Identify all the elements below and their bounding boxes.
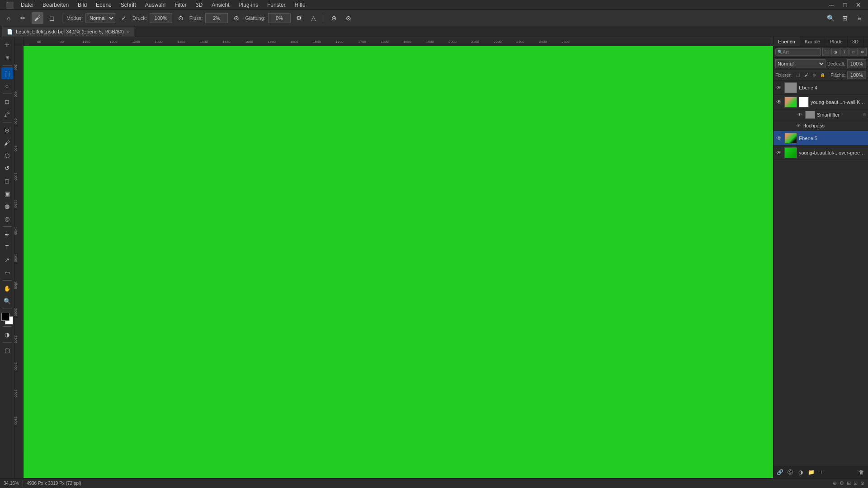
new-layer-btn[interactable]: + <box>817 468 826 477</box>
smartfilter-item[interactable]: 👁 Smartfilter ⊛ <box>774 109 868 120</box>
filter-text-btn[interactable]: T <box>840 48 849 56</box>
filter-shape-btn[interactable]: ▭ <box>849 48 858 56</box>
glattung-input[interactable] <box>268 13 291 23</box>
add-mask-btn[interactable]: ◑ <box>796 468 805 477</box>
blend-mode-select[interactable]: Normal <box>775 59 826 68</box>
lock-position-btn[interactable]: ⊕ <box>811 71 818 79</box>
history-brush-tool[interactable]: ↺ <box>1 162 13 174</box>
filter-pixel-btn[interactable]: ⬛ <box>822 48 830 56</box>
svg-text:1400: 1400 <box>14 227 18 235</box>
fill-input[interactable] <box>847 71 866 79</box>
minimize-btn[interactable]: ─ <box>826 0 837 11</box>
menu-plugins[interactable]: Plug-ins <box>235 1 262 9</box>
menu-datei[interactable]: Datei <box>17 1 37 9</box>
eyedropper-tool[interactable]: 🖉 <box>1 108 13 120</box>
hand-tool[interactable]: ✋ <box>1 282 13 294</box>
menu-schrift[interactable]: Schrift <box>117 1 140 9</box>
ps-logo[interactable]: ⬛ <box>4 0 15 11</box>
stamp-tool[interactable]: ⬡ <box>1 150 13 161</box>
angle-icon[interactable]: △ <box>308 12 320 24</box>
rectangle-select-tool[interactable]: ⬚ <box>1 67 13 79</box>
quick-mask-btn[interactable]: ◑ <box>1 328 13 340</box>
eraser-tool[interactable]: ◻ <box>1 175 13 187</box>
layer-visibility-ebene4[interactable]: 👁 <box>775 84 783 91</box>
search2-icon[interactable]: ⊞ <box>839 12 851 24</box>
menu-filter[interactable]: Filter <box>171 1 190 9</box>
layer-item-young-wall-copy[interactable]: 👁 young-beaut...n-wall Kopie <box>774 95 868 109</box>
path-select-tool[interactable]: ↗ <box>1 254 13 266</box>
tab-ebenen[interactable]: Ebenen <box>774 37 800 46</box>
layer-thumb-young-wall-copy <box>784 97 797 108</box>
hochpass-visibility[interactable]: 👁 <box>796 123 801 128</box>
brush-btn[interactable]: 🖌 <box>32 12 43 24</box>
gear-icon[interactable]: ⚙ <box>293 12 305 24</box>
color-picker[interactable] <box>1 313 13 324</box>
menu-hilfe[interactable]: Hilfe <box>291 1 309 9</box>
menu-ebene[interactable]: Ebene <box>92 1 115 9</box>
menu-bearbeiten[interactable]: Bearbeiten <box>39 1 72 9</box>
menu-3d[interactable]: 3D <box>192 1 206 9</box>
delete-layer-btn[interactable]: 🗑 <box>857 468 866 477</box>
brush-tool[interactable]: 🖌 <box>1 137 13 149</box>
druck-input[interactable] <box>150 13 172 23</box>
file-tab[interactable]: 📄 Leucht Effekt.psdc bei 34,2% (Ebene 5,… <box>2 27 134 37</box>
layer-visibility-ebene5[interactable]: 👁 <box>775 135 783 142</box>
lock-transparent-btn[interactable]: ⬚ <box>794 71 802 79</box>
maximize-btn[interactable]: □ <box>839 0 851 11</box>
symmetry-btn[interactable]: ⊕ <box>328 12 340 24</box>
move-tool[interactable]: ✛ <box>1 39 13 51</box>
lock-pixels-btn[interactable]: 🖌 <box>802 71 810 79</box>
crop-tool[interactable]: ⊡ <box>1 96 13 108</box>
menu-ansicht[interactable]: Ansicht <box>208 1 233 9</box>
lock-all-btn[interactable]: 🔒 <box>819 71 826 79</box>
smartfilter-visibility[interactable]: 👁 <box>796 111 803 118</box>
artboard-tool[interactable]: ⊞ <box>1 52 13 63</box>
fluss-input[interactable] <box>205 13 228 23</box>
layer-item-ebene4[interactable]: 👁 Ebene 4 <box>774 80 868 95</box>
shape-tool[interactable]: ▭ <box>1 267 13 278</box>
tab-kanale[interactable]: Kanäle <box>800 37 825 46</box>
layer-visibility-young-wall-copy[interactable]: 👁 <box>775 99 783 106</box>
tab-3d[interactable]: 3D <box>848 37 863 46</box>
healing-brush-tool[interactable]: ⊛ <box>1 124 13 136</box>
filter-adjustment-btn[interactable]: ◑ <box>831 48 840 56</box>
filter-smartobj-btn[interactable]: ⊕ <box>859 48 867 56</box>
eraser-btn[interactable]: ◻ <box>46 12 58 24</box>
pen-tool[interactable]: ✒ <box>1 229 13 240</box>
lasso-tool[interactable]: ○ <box>1 80 13 92</box>
gradient-tool[interactable]: ▣ <box>1 188 13 199</box>
add-style-btn[interactable]: Ⓢ <box>786 468 795 477</box>
blur-tool[interactable]: ◍ <box>1 200 13 212</box>
layer-item-ebene5[interactable]: 👁 Ebene 5 <box>774 131 868 145</box>
menu-auswahl[interactable]: Auswahl <box>142 1 169 9</box>
modus-select[interactable]: Normal <box>85 13 115 23</box>
layers-search-input[interactable] <box>783 49 819 55</box>
arrange-icon[interactable]: ≡ <box>854 12 865 24</box>
brush-small-btn[interactable]: ✏ <box>17 12 29 24</box>
link-layers-btn[interactable]: 🔗 <box>775 468 784 477</box>
airbrush-btn[interactable]: ⊛ <box>231 12 242 24</box>
layers-search[interactable]: 🔍 <box>775 48 821 56</box>
zoom-tool[interactable]: 🔍 <box>1 295 13 307</box>
check-icon[interactable]: ✓ <box>118 12 130 24</box>
extra-btn[interactable]: ⊗ <box>343 12 354 24</box>
canvas-content[interactable] <box>24 46 773 478</box>
dodge-tool[interactable]: ◎ <box>1 213 13 225</box>
home-btn[interactable]: ⌂ <box>3 12 14 24</box>
new-group-btn[interactable]: 📁 <box>807 468 816 477</box>
tab-pfade[interactable]: Pfade <box>825 37 848 46</box>
druck-icon[interactable]: ⊙ <box>175 12 187 24</box>
screen-mode-btn[interactable]: ▢ <box>1 344 13 356</box>
hochpass-item[interactable]: 👁 Hochpass <box>774 120 868 131</box>
tab-close-btn[interactable]: × <box>127 29 129 34</box>
menu-fenster[interactable]: Fenster <box>264 1 289 9</box>
opacity-input[interactable] <box>847 59 866 68</box>
menu-bild[interactable]: Bild <box>74 1 90 9</box>
foreground-color[interactable] <box>1 313 9 321</box>
search-icon[interactable]: 🔍 <box>825 12 836 24</box>
layer-visibility-young-green[interactable]: 👁 <box>775 149 783 156</box>
close-btn[interactable]: ✕ <box>853 0 864 11</box>
canvas-area[interactable]: 60 90 1150 1200 1250 1300 1350 1400 1450… <box>14 37 773 478</box>
layer-item-young-green[interactable]: 👁 young-beautiful-...over-green-wall <box>774 145 868 160</box>
text-tool[interactable]: T <box>1 241 13 253</box>
